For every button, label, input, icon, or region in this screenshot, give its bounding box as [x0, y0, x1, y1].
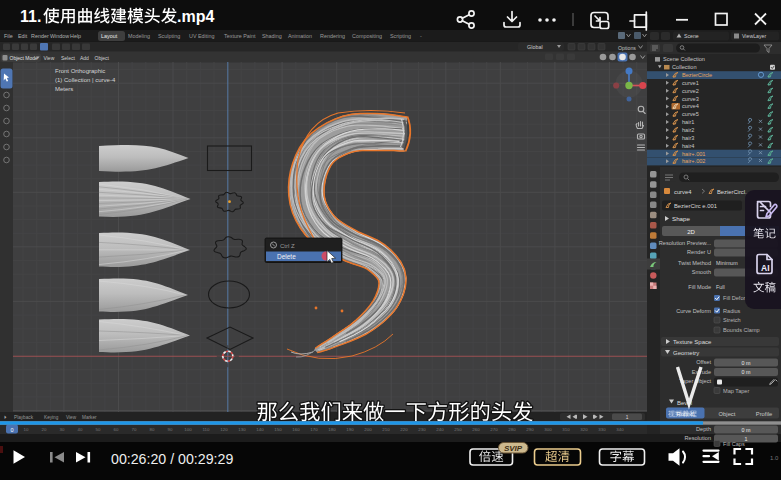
svg-text:Animation: Animation	[288, 33, 312, 39]
svg-text:190: 190	[346, 427, 354, 432]
svg-text:110: 110	[203, 427, 211, 432]
svg-text:hair1: hair1	[682, 119, 694, 125]
svg-text:Ctrl Z: Ctrl Z	[280, 243, 295, 249]
svg-text:Rendering: Rendering	[320, 33, 345, 39]
svg-text:BezierCirc e.001: BezierCirc e.001	[674, 203, 717, 209]
svg-text:180: 180	[328, 427, 336, 432]
svg-text:Object Mode: Object Mode	[10, 55, 39, 61]
svg-text:300: 300	[544, 427, 552, 432]
svg-text:Layout: Layout	[101, 33, 118, 39]
svg-text:1.0: 1.0	[770, 455, 779, 461]
svg-text:Global: Global	[527, 44, 543, 50]
svg-text:hair+.001: hair+.001	[682, 151, 705, 157]
svg-text:340: 340	[616, 427, 624, 432]
svg-text:Window: Window	[50, 33, 69, 39]
svg-text:0 m: 0 m	[742, 427, 751, 433]
svg-text:Delete: Delete	[277, 253, 296, 260]
svg-text:0: 0	[10, 427, 13, 433]
svg-text:SVIP: SVIP	[504, 444, 523, 453]
svg-text:Minimum: Minimum	[716, 260, 738, 266]
svg-text:UV Editing: UV Editing	[189, 33, 214, 39]
svg-text:Object: Object	[95, 55, 110, 61]
svg-text:20: 20	[42, 427, 47, 432]
svg-text:Front Orthographic: Front Orthographic	[55, 68, 105, 74]
svg-text:330: 330	[598, 427, 606, 432]
svg-text:280: 280	[508, 427, 516, 432]
svg-text:40: 40	[78, 427, 83, 432]
svg-text:11.: 11.	[20, 8, 41, 25]
svg-text:BezierCircl...: BezierCircl...	[717, 189, 750, 195]
svg-text:80: 80	[150, 427, 155, 432]
svg-text:Marker: Marker	[82, 415, 97, 420]
svg-text:Shape: Shape	[672, 215, 690, 222]
svg-text:60: 60	[114, 427, 119, 432]
svg-text:Playback: Playback	[14, 415, 34, 420]
svg-text:Shading: Shading	[262, 33, 282, 39]
svg-text:250: 250	[454, 427, 462, 432]
svg-text:Fill Caps: Fill Caps	[723, 441, 745, 447]
svg-text:Radius: Radius	[723, 308, 741, 314]
svg-text:curve3: curve3	[682, 96, 699, 102]
svg-text:310: 310	[562, 427, 570, 432]
svg-text:(1) Collection | curve-4: (1) Collection | curve-4	[55, 77, 116, 83]
svg-text:170: 170	[310, 427, 318, 432]
svg-text:Select: Select	[61, 55, 76, 61]
svg-text:Resolution: Resolution	[685, 435, 711, 441]
svg-text:30: 30	[60, 427, 65, 432]
svg-text:Texture Space: Texture Space	[673, 339, 712, 345]
svg-text:hair3: hair3	[682, 135, 694, 141]
svg-text:00:26:20 / 00:29:29: 00:26:20 / 00:29:29	[111, 451, 233, 467]
svg-text:Scripting: Scripting	[390, 33, 411, 39]
svg-text:210: 210	[382, 427, 390, 432]
svg-text:Keying: Keying	[44, 415, 59, 420]
svg-text:-: -	[420, 33, 422, 39]
svg-text:Map Taper: Map Taper	[723, 388, 749, 394]
svg-text:Scene: Scene	[684, 33, 699, 39]
svg-text:Help: Help	[70, 33, 81, 39]
svg-text:Options: Options	[618, 45, 636, 51]
svg-text:Depth: Depth	[696, 426, 711, 432]
svg-text:File: File	[4, 33, 13, 39]
svg-text:70: 70	[132, 427, 137, 432]
svg-text:130: 130	[238, 427, 246, 432]
svg-text:Sculpting: Sculpting	[158, 33, 180, 39]
svg-text:200: 200	[364, 427, 372, 432]
svg-text:AI: AI	[761, 263, 770, 273]
svg-text:Collection: Collection	[672, 64, 697, 70]
svg-text:Compositing: Compositing	[352, 33, 382, 39]
svg-text:Geometry: Geometry	[673, 350, 699, 356]
svg-text:.mp4: .mp4	[177, 8, 214, 25]
svg-text:curve5: curve5	[682, 111, 699, 117]
svg-text:240: 240	[436, 427, 444, 432]
svg-text:Render: Render	[31, 33, 49, 39]
svg-text:Texture Paint: Texture Paint	[224, 33, 256, 39]
svg-text:120: 120	[220, 427, 228, 432]
svg-text:Fill Mode: Fill Mode	[688, 284, 711, 290]
svg-text:150: 150	[274, 427, 282, 432]
svg-text:1: 1	[626, 415, 629, 420]
svg-text:Object: Object	[719, 411, 736, 417]
svg-text:Modeling: Modeling	[128, 33, 150, 39]
svg-text:curve4: curve4	[682, 103, 699, 109]
svg-text:270: 270	[490, 427, 498, 432]
svg-text:10: 10	[24, 427, 29, 432]
svg-text:0 m: 0 m	[742, 369, 751, 375]
svg-text:320: 320	[580, 427, 588, 432]
svg-text:Bounds Clamp: Bounds Clamp	[723, 327, 760, 333]
svg-text:hair2: hair2	[682, 127, 694, 133]
svg-text:100: 100	[184, 427, 192, 432]
svg-text:Meters: Meters	[55, 86, 73, 92]
svg-text:160: 160	[292, 427, 300, 432]
svg-text:230: 230	[418, 427, 426, 432]
svg-text:290: 290	[526, 427, 534, 432]
svg-text:hair4: hair4	[682, 143, 694, 149]
svg-text:2D: 2D	[687, 229, 695, 235]
svg-text:Full: Full	[716, 284, 725, 290]
svg-text:curve1: curve1	[682, 80, 699, 86]
svg-text:0 m: 0 m	[742, 360, 751, 366]
svg-text:Stretch: Stretch	[723, 317, 741, 323]
svg-text:View: View	[44, 55, 55, 61]
svg-text:Curve Deform: Curve Deform	[676, 308, 711, 314]
svg-text:Offset: Offset	[696, 359, 711, 365]
svg-text:Smooth: Smooth	[692, 269, 711, 275]
